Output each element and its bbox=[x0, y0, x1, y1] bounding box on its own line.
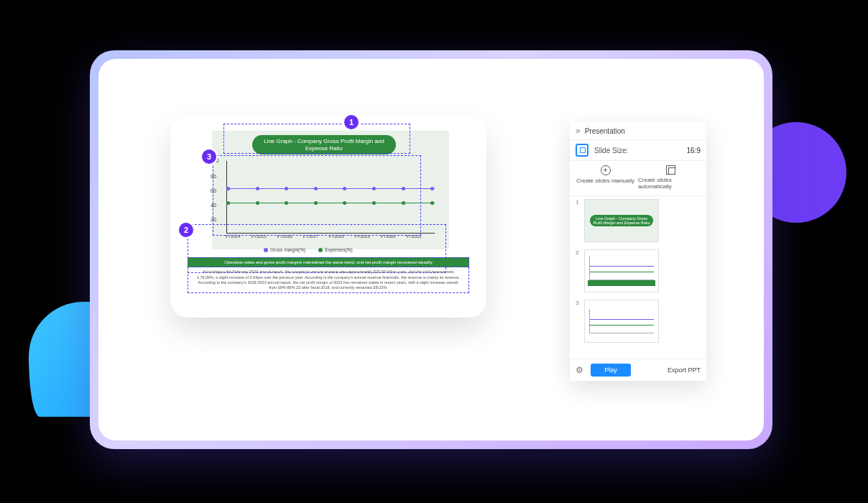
action-label: Create slides automatically bbox=[638, 177, 703, 190]
plus-icon: + bbox=[601, 165, 611, 175]
export-ppt-button[interactable]: Export PPT bbox=[638, 366, 701, 374]
panel-actions: + Create slides manually Create slides a… bbox=[570, 161, 706, 196]
thumbnail-item[interactable]: 1 Line Graph - Company Gross Profit Marg… bbox=[576, 199, 701, 242]
thumbnail-band bbox=[588, 280, 655, 286]
panel-footer: ⚙ Play Export PPT bbox=[570, 359, 706, 381]
thumbnail-number: 2 bbox=[576, 249, 580, 292]
slide-footer-body: According to the February 2024 annual re… bbox=[188, 267, 469, 293]
auto-icon bbox=[666, 165, 675, 175]
action-label: Create slides manually bbox=[576, 177, 634, 184]
presentation-icon bbox=[576, 144, 588, 157]
create-auto-button[interactable]: Create slides automatically bbox=[638, 165, 703, 190]
device-frame: Line Graph - Company Gross Profit Margin… bbox=[90, 50, 772, 449]
thumbnail-item[interactable]: 3 bbox=[576, 300, 701, 343]
panel-header: » Presentation bbox=[570, 122, 706, 140]
play-button[interactable]: Play bbox=[591, 364, 631, 377]
thumbnail-item[interactable]: 2 bbox=[576, 249, 701, 292]
marker-2[interactable]: 2 bbox=[179, 223, 193, 237]
thumbnail-number: 1 bbox=[576, 199, 580, 242]
thumbnail-chart bbox=[589, 256, 654, 280]
slide-footer[interactable]: Operation sales and gross profit margins… bbox=[188, 257, 469, 293]
marker-1[interactable]: 1 bbox=[344, 115, 359, 129]
panel-title: Presentation bbox=[585, 127, 625, 135]
slide-size-value[interactable]: 16:9 bbox=[687, 147, 701, 154]
thumbnail-title: Line Graph - Company Gross Profit Margin… bbox=[590, 215, 653, 226]
thumbnail-number: 3 bbox=[576, 300, 580, 343]
selection-box-title[interactable] bbox=[223, 124, 410, 154]
settings-icon[interactable]: ⚙ bbox=[576, 365, 583, 375]
slide-size-label: Slide Size: bbox=[594, 147, 681, 154]
collapse-icon[interactable]: » bbox=[576, 126, 581, 136]
thumbnail-chart bbox=[589, 309, 654, 333]
marker-3[interactable]: 3 bbox=[202, 149, 216, 164]
create-manual-button[interactable]: + Create slides manually bbox=[573, 165, 638, 190]
slide-thumbnails: 1 Line Graph - Company Gross Profit Marg… bbox=[570, 196, 706, 359]
presentation-panel: » Presentation Slide Size: 16:9 + Create… bbox=[570, 122, 706, 381]
slide-editor-card: Line Graph - Company Gross Profit Margin… bbox=[170, 116, 486, 318]
slide-footer-heading: Operation sales and gross profit margins… bbox=[188, 257, 469, 267]
slide-size-row: Slide Size: 16:9 bbox=[570, 140, 706, 161]
app-screen: Line Graph - Company Gross Profit Margin… bbox=[98, 59, 764, 440]
